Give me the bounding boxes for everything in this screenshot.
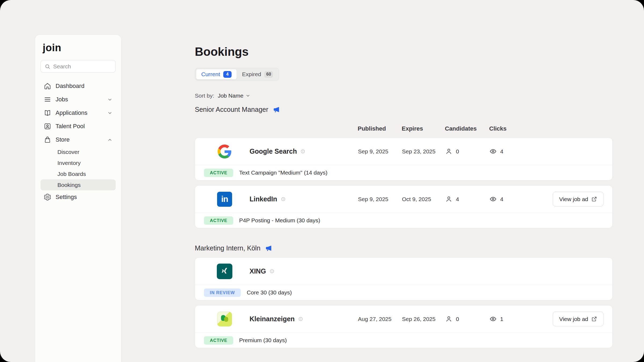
talent-pool-icon: [44, 123, 51, 130]
plan-description: Text Campaign "Medium" (14 days): [239, 169, 327, 176]
status-badge: ACTIVE: [204, 169, 233, 177]
job-section-header: Senior Account Manager: [195, 105, 644, 114]
view-job-ad-button[interactable]: View job ad: [553, 192, 603, 206]
main-content: Bookings Current 4 Expired 60 Sort by: J…: [121, 35, 644, 362]
person-icon: [445, 315, 452, 323]
chevron-down-icon: [107, 97, 112, 102]
sidebar-item-applications[interactable]: Applications: [41, 106, 116, 120]
view-job-ad-button[interactable]: View job ad: [553, 312, 603, 326]
status-badge: IN REVIEW: [204, 289, 241, 297]
booking-card-google-search: Google Search Sep 9, 2025 Sep 23, 2025 0: [195, 138, 613, 180]
column-header-candidates: Candidates: [445, 125, 489, 132]
megaphone-icon[interactable]: [273, 106, 280, 113]
sidebar-item-label: Dashboard: [56, 83, 85, 90]
tab-current-label: Current: [201, 71, 220, 77]
sidebar-item-label: Bookings: [57, 182, 80, 188]
sidebar-item-label: Inventory: [57, 160, 80, 166]
candidates-stat: 0: [445, 315, 489, 323]
status-badge: ACTIVE: [204, 216, 233, 225]
chevron-up-icon: [107, 137, 112, 142]
candidates-stat: 4: [445, 195, 489, 203]
bookings-tabs: Current 4 Expired 60: [195, 68, 279, 81]
sidebar-item-label: Talent Pool: [56, 123, 85, 130]
candidates-stat: 0: [445, 148, 489, 155]
candidates-count: 0: [456, 148, 459, 155]
join-logo: join: [41, 42, 116, 54]
job-title: Senior Account Manager: [195, 106, 268, 113]
gear-icon: [44, 193, 51, 201]
sort-dropdown[interactable]: Job Name: [218, 93, 250, 99]
platform-name: Kleinanzeigen: [250, 315, 295, 323]
published-date: Sep 9, 2025: [358, 148, 402, 155]
sidebar-item-inventory[interactable]: Inventory: [41, 157, 116, 168]
info-icon[interactable]: [281, 197, 286, 201]
linkedin-icon: in: [208, 192, 241, 207]
expires-date: Sep 23, 2025: [402, 148, 445, 155]
sort-value: Job Name: [218, 93, 243, 99]
clicks-stat: 4: [489, 148, 528, 155]
sidebar-item-label: Store: [56, 136, 70, 143]
clicks-count: 4: [500, 148, 503, 155]
clicks-stat: 1: [489, 315, 528, 323]
platform-name: XING: [250, 267, 266, 275]
published-date: Aug 27, 2025: [358, 316, 402, 322]
info-icon[interactable]: [301, 149, 305, 154]
tab-current[interactable]: Current 4: [196, 69, 237, 80]
booking-card-xing: XING IN REVIEW Core 30 (30 days): [195, 257, 613, 300]
sidebar-item-settings[interactable]: Settings: [41, 190, 116, 204]
sort-by-label: Sort by:: [195, 93, 214, 99]
tab-expired-label: Expired: [242, 71, 261, 77]
sidebar-item-talent-pool[interactable]: Talent Pool: [41, 120, 116, 133]
google-icon: [208, 145, 241, 158]
jobs-icon: [44, 96, 51, 103]
sidebar-item-label: Job Boards: [57, 171, 86, 177]
sidebar-item-label: Settings: [56, 194, 77, 201]
column-header-clicks: Clicks: [489, 125, 528, 132]
sidebar-item-bookings[interactable]: Bookings: [41, 179, 116, 190]
booking-card-linkedin: in LinkedIn Sep 9, 2025 Oct 9, 2025 4: [195, 185, 613, 228]
column-header-expires: Expires: [402, 125, 445, 132]
clicks-count: 4: [500, 196, 503, 202]
applications-icon: [44, 109, 51, 117]
info-icon[interactable]: [298, 317, 303, 321]
external-link-icon: [591, 316, 597, 322]
sidebar-item-label: Jobs: [56, 96, 68, 103]
tab-expired[interactable]: Expired 60: [237, 69, 278, 80]
published-date: Sep 9, 2025: [358, 196, 402, 202]
megaphone-icon[interactable]: [265, 245, 272, 252]
search-field[interactable]: [53, 63, 112, 70]
job-section-header: Marketing Intern, Köln: [195, 243, 644, 253]
search-icon: [45, 64, 50, 69]
platform-name: Google Search: [250, 147, 297, 155]
clicks-count: 1: [500, 316, 503, 322]
app-window: join Dashboard Jobs: [0, 0, 644, 362]
bookings-table-header: Published Expires Candidates Clicks: [195, 125, 613, 133]
xing-icon: [208, 264, 241, 279]
search-input[interactable]: [41, 60, 116, 73]
expires-date: Sep 26, 2025: [402, 316, 445, 322]
sidebar-item-label: Applications: [56, 109, 87, 116]
eye-icon: [489, 315, 497, 323]
sidebar-nav: Dashboard Jobs Applications: [41, 79, 116, 204]
booking-card-kleinanzeigen: Kleinanzeigen Aug 27, 2025 Sep 26, 2025 …: [195, 305, 613, 348]
sidebar-item-jobs[interactable]: Jobs: [41, 93, 116, 106]
chevron-down-icon: [107, 110, 112, 116]
store-icon: [44, 136, 51, 143]
chevron-down-icon: [246, 93, 250, 98]
status-badge: ACTIVE: [204, 336, 233, 345]
tab-expired-count-badge: 60: [264, 71, 273, 78]
sidebar: join Dashboard Jobs: [35, 35, 121, 362]
page-title: Bookings: [195, 45, 644, 59]
home-icon: [44, 82, 51, 90]
person-icon: [445, 148, 452, 155]
sidebar-item-job-boards[interactable]: Job Boards: [41, 168, 116, 179]
info-icon[interactable]: [270, 269, 274, 274]
sidebar-item-discover[interactable]: Discover: [41, 146, 116, 157]
plan-description: P4P Posting - Medium (30 days): [239, 217, 320, 224]
sidebar-item-dashboard[interactable]: Dashboard: [41, 79, 116, 93]
sidebar-item-store[interactable]: Store: [41, 133, 116, 146]
sort-row: Sort by: Job Name: [195, 91, 644, 100]
person-icon: [445, 195, 452, 203]
job-title: Marketing Intern, Köln: [195, 244, 261, 252]
candidates-count: 0: [456, 316, 459, 322]
